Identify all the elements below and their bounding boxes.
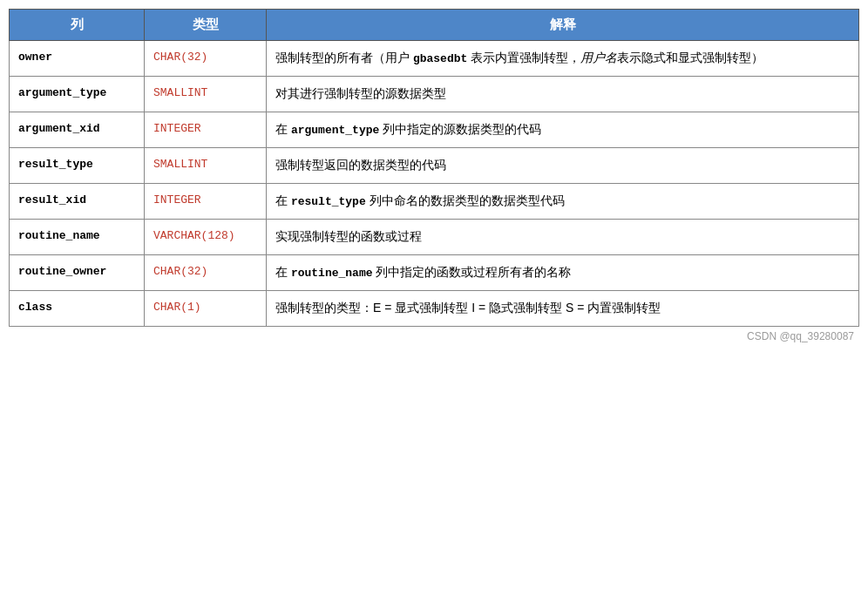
cell-col-name: owner xyxy=(10,41,145,77)
cell-desc: 在 argument_type 列中指定的源数据类型的代码 xyxy=(267,112,859,147)
cell-desc: 强制转型的所有者（用户 gbasedbt 表示内置强制转型，用户名表示隐式和显式… xyxy=(267,41,859,77)
table-row: classCHAR(1)强制转型的类型：E = 显式强制转型 I = 隐式强制转… xyxy=(10,290,859,326)
table-row: argument_typeSMALLINT对其进行强制转型的源数据类型 xyxy=(10,77,859,112)
cell-desc: 实现强制转型的函数或过程 xyxy=(267,219,859,254)
cell-col-name: routine_name xyxy=(10,219,145,254)
table-row: routine_nameVARCHAR(128)实现强制转型的函数或过程 xyxy=(10,219,859,254)
cell-col-name: argument_type xyxy=(10,77,145,112)
cell-col-name: result_xid xyxy=(10,183,145,219)
cell-col-name: routine_owner xyxy=(10,254,145,290)
cell-type: CHAR(32) xyxy=(145,254,267,290)
cell-type: INTEGER xyxy=(145,112,267,147)
cell-type: VARCHAR(128) xyxy=(145,219,267,254)
cell-desc: 强制转型返回的数据类型的代码 xyxy=(267,147,859,183)
data-table: 列 类型 解释 ownerCHAR(32)强制转型的所有者（用户 gbasedb… xyxy=(9,9,859,327)
cell-desc: 在 result_type 列中命名的数据类型的数据类型代码 xyxy=(267,183,859,219)
table-row: routine_ownerCHAR(32)在 routine_name 列中指定… xyxy=(10,254,859,290)
table-row: ownerCHAR(32)强制转型的所有者（用户 gbasedbt 表示内置强制… xyxy=(10,41,859,77)
cell-type: CHAR(1) xyxy=(145,290,267,326)
col-header-type: 类型 xyxy=(145,10,267,41)
cell-type: CHAR(32) xyxy=(145,41,267,77)
cell-col-name: argument_xid xyxy=(10,112,145,147)
cell-desc: 在 routine_name 列中指定的函数或过程所有者的名称 xyxy=(267,254,859,290)
cell-col-name: result_type xyxy=(10,147,145,183)
cell-col-name: class xyxy=(10,290,145,326)
table-row: argument_xidINTEGER在 argument_type 列中指定的… xyxy=(10,112,859,147)
table-row: result_typeSMALLINT强制转型返回的数据类型的代码 xyxy=(10,147,859,183)
cell-type: INTEGER xyxy=(145,183,267,219)
watermark: CSDN @qq_39280087 xyxy=(9,327,859,344)
table-row: result_xidINTEGER在 result_type 列中命名的数据类型… xyxy=(10,183,859,219)
cell-desc: 强制转型的类型：E = 显式强制转型 I = 隐式强制转型 S = 内置强制转型 xyxy=(267,290,859,326)
cell-desc: 对其进行强制转型的源数据类型 xyxy=(267,77,859,112)
col-header-desc: 解释 xyxy=(267,10,859,41)
cell-type: SMALLINT xyxy=(145,147,267,183)
cell-type: SMALLINT xyxy=(145,77,267,112)
col-header-col: 列 xyxy=(10,10,145,41)
